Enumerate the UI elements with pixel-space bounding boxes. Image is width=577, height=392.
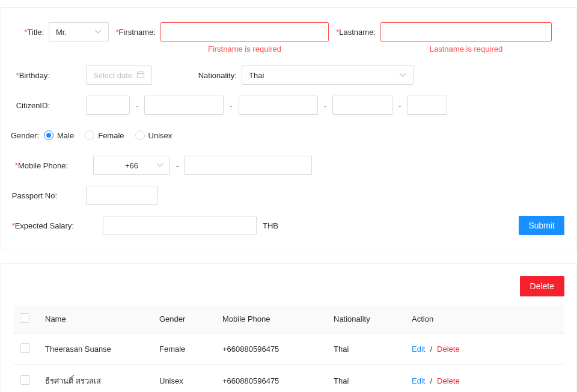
- row-checkbox[interactable]: [20, 343, 30, 353]
- delete-link[interactable]: Delete: [437, 345, 460, 354]
- cell-gender: Unisex: [152, 365, 215, 392]
- citizenid-dash: -: [318, 96, 332, 115]
- citizenid-input-4[interactable]: [332, 96, 392, 115]
- cell-name: Theerasan Suanse: [38, 334, 152, 365]
- chevron-down-icon: [94, 28, 102, 35]
- cell-mobile: +660880596475: [215, 365, 326, 392]
- salary-label: Expected Salary: [13, 216, 79, 235]
- salary-suffix: THB: [263, 221, 278, 230]
- radio-label: Female: [98, 131, 124, 140]
- title-value: Mr.: [56, 28, 67, 37]
- birthday-label: Birthday: [13, 66, 55, 85]
- bulk-delete-button[interactable]: Delete: [520, 276, 564, 296]
- gender-radio-female[interactable]: Female: [85, 130, 124, 140]
- svg-rect-0: [138, 72, 144, 78]
- submit-button[interactable]: Submit: [519, 216, 564, 235]
- action-separator: /: [425, 376, 437, 385]
- citizenid-dash: -: [130, 96, 144, 115]
- mobile-prefix-value: +66: [125, 161, 138, 170]
- mobile-label: Mobile Phone: [13, 156, 73, 175]
- radio-dot-icon: [44, 130, 53, 140]
- calendar-icon: [136, 70, 145, 81]
- citizenid-input-5[interactable]: [407, 96, 447, 115]
- action-separator: /: [425, 345, 437, 354]
- radio-label: Male: [57, 131, 74, 140]
- firstname-label: Firstname: [114, 22, 160, 41]
- citizenid-input-1[interactable]: [86, 96, 130, 115]
- lastname-input[interactable]: [380, 22, 552, 41]
- col-action: Action: [405, 305, 564, 334]
- firstname-error: Firstname is required: [160, 44, 329, 55]
- citizenid-input-2[interactable]: [144, 96, 224, 115]
- chevron-down-icon: [399, 72, 406, 79]
- data-table: Name Gender Mobile Phone Nationality Act…: [13, 305, 564, 392]
- mobile-dash: -: [170, 156, 185, 175]
- col-mobile: Mobile Phone: [215, 305, 326, 334]
- radio-dot-icon: [135, 130, 145, 140]
- title-label: Title: [13, 22, 49, 41]
- table-row: Theerasan SuanseFemale+660880596475ThaiE…: [13, 334, 564, 365]
- citizenid-input-3[interactable]: [239, 96, 318, 115]
- birthday-placeholder: Select date: [93, 71, 132, 80]
- citizenid-dash: -: [392, 96, 407, 115]
- cell-name: ธีรศานติ์ สรวลเส: [38, 365, 152, 392]
- radio-label: Unisex: [148, 131, 172, 140]
- gender-radio-group: MaleFemaleUnisex: [44, 126, 172, 145]
- table-row: ธีรศานติ์ สรวลเสUnisex+660880596475ThaiE…: [13, 365, 564, 392]
- chevron-down-icon: [156, 162, 163, 169]
- select-all-checkbox[interactable]: [20, 313, 29, 323]
- col-name: Name: [38, 305, 152, 334]
- gender-radio-male[interactable]: Male: [44, 130, 74, 140]
- gender-radio-unisex[interactable]: Unisex: [135, 130, 172, 140]
- citizenid-dash: -: [224, 96, 238, 115]
- passport-label: Passport No: [13, 186, 62, 205]
- cell-action: Edit/Delete: [405, 334, 564, 365]
- nationality-select[interactable]: Thai: [242, 66, 414, 85]
- edit-link[interactable]: Edit: [412, 345, 425, 354]
- salary-input[interactable]: [103, 216, 257, 235]
- cell-mobile: +660880596475: [215, 334, 326, 365]
- cell-nationality: Thai: [326, 365, 405, 392]
- form-card: Title Mr. Firstname Firstname is require…: [0, 7, 577, 251]
- col-nationality: Nationality: [326, 305, 405, 334]
- mobile-prefix-select[interactable]: +66: [93, 156, 170, 175]
- cell-nationality: Thai: [326, 334, 405, 365]
- lastname-label: Lastname: [334, 22, 380, 41]
- passport-input[interactable]: [86, 186, 158, 205]
- gender-label: Gender: [13, 126, 44, 145]
- mobile-input[interactable]: [185, 156, 312, 175]
- birthday-date-picker[interactable]: Select date: [86, 66, 152, 85]
- radio-dot-icon: [85, 130, 94, 140]
- col-gender: Gender: [152, 305, 215, 334]
- firstname-input[interactable]: [160, 22, 329, 41]
- delete-link[interactable]: Delete: [437, 376, 460, 385]
- citizenid-label: CitizenID: [13, 96, 55, 115]
- title-select[interactable]: Mr.: [49, 22, 109, 41]
- edit-link[interactable]: Edit: [412, 376, 425, 385]
- cell-action: Edit/Delete: [405, 365, 564, 392]
- nationality-value: Thai: [249, 71, 264, 80]
- row-checkbox[interactable]: [20, 375, 30, 385]
- cell-gender: Female: [152, 334, 215, 365]
- lastname-error: Lastname is required: [380, 44, 552, 55]
- nationality-label: Nationality: [191, 66, 242, 85]
- table-card: Delete Name Gender Mobile Phone National…: [0, 263, 577, 392]
